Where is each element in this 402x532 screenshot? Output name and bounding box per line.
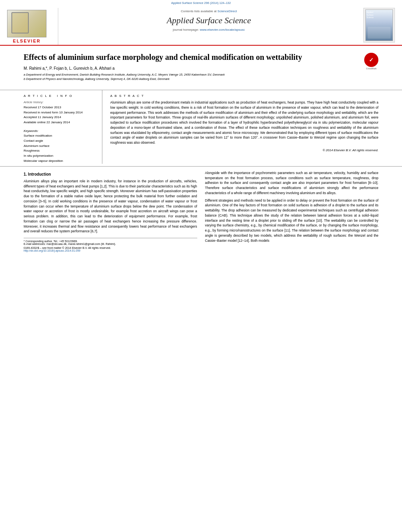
footnote-area: * Corresponding author. Tel.: +45 501239… <box>24 238 197 252</box>
body-right-column: Alongside with the importance of psychro… <box>205 171 379 252</box>
keywords-label: Keywords: <box>24 129 96 133</box>
keywords-section: Keywords: Surface modification Contact a… <box>24 129 96 164</box>
crossmark-badge[interactable]: ✓ CrossMark <box>364 53 378 67</box>
journal-header: ELSEVIER Contents lists available at Sci… <box>0 6 402 46</box>
page: Applied Surface Science 296 (2014) 124–1… <box>0 0 402 532</box>
journal-title: Applied Surface Science <box>167 15 251 26</box>
intro-right-text: Alongside with the importance of psychro… <box>205 171 379 196</box>
homepage-line: journal homepage: www.elsevier.com/locat… <box>173 28 245 32</box>
abstract-column: A B S T R A C T Aluminium alloys are som… <box>102 90 378 164</box>
accepted-date: Accepted 11 January 2014 <box>24 115 96 120</box>
affiliation-a: a Department of Energy and Environment, … <box>24 73 378 77</box>
citation-text: Applied Surface Science 296 (2014) 124–1… <box>171 1 231 5</box>
keyword-4: Roughness <box>24 148 96 154</box>
intro-right-text-2: Different strategies and methods need to… <box>205 198 379 243</box>
affiliation-b: b Department of Physics and Nanotechnolo… <box>24 77 378 82</box>
elsevier-icon-image <box>7 10 46 37</box>
article-info-abstract-section: A R T I C L E I N F O Article history: R… <box>0 90 402 164</box>
body-two-col: 1. Introduction Aluminium alloys play an… <box>24 171 378 252</box>
article-info-column: A R T I C L E I N F O Article history: R… <box>24 90 102 164</box>
intro-left-text: Aluminium alloys play an important role … <box>24 179 197 234</box>
journal-cover-thumbnail <box>363 8 395 43</box>
intro-heading: 1. Introduction <box>24 172 197 176</box>
footnote-corresponding: * Corresponding author. Tel.: +45 501239… <box>24 240 197 243</box>
footnote-email: E-mail addresses: mar@sbi.aau.dk, maral.… <box>24 243 197 245</box>
elsevier-logo: ELSEVIER <box>7 8 58 45</box>
article-info-label: A R T I C L E I N F O <box>24 94 96 98</box>
received-revised-date: Received in revised form 10 January 2014 <box>24 110 96 115</box>
contents-line: Contents lists available at ScienceDirec… <box>181 9 237 13</box>
keyword-2: Contact angle <box>24 139 96 144</box>
body-left-column: 1. Introduction Aluminium alloys play an… <box>24 171 197 252</box>
authors-line: M. Rahimi a,*, P. Fojan b, L. Gurevich b… <box>24 66 378 70</box>
keyword-3: Aluminium surface <box>24 144 96 149</box>
homepage-url[interactable]: www.elsevier.com/locate/apsusc <box>200 28 245 32</box>
authors-text: M. Rahimi a,*, P. Fojan b, L. Gurevich b… <box>24 66 115 70</box>
abstract-label: A B S T R A C T <box>110 94 378 98</box>
issn-line: 0169-4332/$ – see front matter © 2014 El… <box>24 247 197 249</box>
article-history-label: Article history: <box>24 100 96 105</box>
article-title: Effects of aluminium surface morphology … <box>24 52 378 62</box>
article-body: 1. Introduction Aluminium alloys play an… <box>0 166 402 256</box>
keyword-1: Surface modification <box>24 133 96 139</box>
copyright-line: © 2014 Elsevier B.V. All rights reserved… <box>110 148 378 152</box>
top-citation-bar: Applied Surface Science 296 (2014) 124–1… <box>0 0 402 6</box>
cover-image <box>365 9 393 41</box>
contents-text: Contents lists available at <box>181 9 217 13</box>
homepage-label: journal homepage: <box>173 28 199 32</box>
doi-text: http://dx.doi.org/10.1016/j.apsusc.2014.… <box>24 249 80 252</box>
keyword-5: In situ polymerization <box>24 154 96 159</box>
article-info-table: Article history: Received 17 October 201… <box>24 100 96 125</box>
abstract-text: Aluminium alloys are some of the predomi… <box>110 100 378 145</box>
journal-center: Contents lists available at ScienceDirec… <box>58 8 359 45</box>
doi-line[interactable]: http://dx.doi.org/10.1016/j.apsusc.2014.… <box>24 249 197 252</box>
elsevier-label: ELSEVIER <box>7 39 46 43</box>
crossmark-icon: ✓ <box>364 53 378 67</box>
article-header: ✓ CrossMark Effects of aluminium surface… <box>0 46 402 87</box>
sciencedirect-link[interactable]: ScienceDirect <box>217 9 237 13</box>
footnote-email-text: E-mail addresses: mar@sbi.aau.dk, maral.… <box>24 243 116 245</box>
available-date: Available online 22 January 2014 <box>24 120 96 125</box>
affiliations: a Department of Energy and Environment, … <box>24 73 378 81</box>
keywords-list: Surface modification Contact angle Alumi… <box>24 133 96 164</box>
keyword-6: Molecular vapour deposition <box>24 159 96 164</box>
received-date: Received 17 October 2013 <box>24 105 96 110</box>
